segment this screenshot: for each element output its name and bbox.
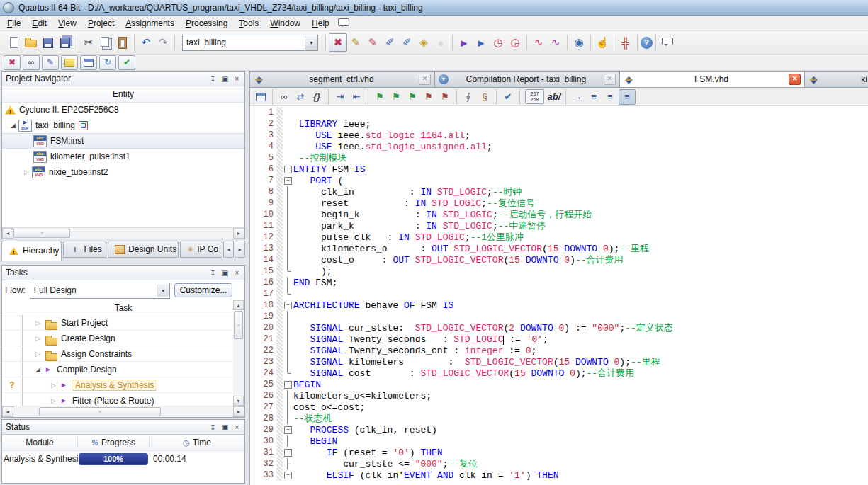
editor-tab-ki[interactable]: ki [805, 72, 868, 87]
scrollbar-thumb[interactable]: ≡ [39, 407, 161, 416]
float-icon[interactable]: ▣ [220, 422, 230, 432]
bookmark-delete-all-icon[interactable]: ⚑ [437, 90, 453, 104]
expand-arrow-icon[interactable]: ▷ [48, 397, 59, 404]
export-file-icon[interactable] [253, 90, 269, 104]
tree-item-nixie-tube-inst2[interactable]: ▷nixie_tube:inst2 [2, 164, 244, 180]
scroll-down-icon[interactable]: ▼ [233, 396, 244, 406]
simulation-tool-icon[interactable]: ∿ [530, 34, 547, 51]
collapse-arrow-icon[interactable]: ◢ [8, 122, 18, 129]
tab-scroll-right-icon[interactable]: ► [235, 241, 245, 258]
pin-icon[interactable]: ↧ [208, 74, 218, 84]
float-icon[interactable]: ▣ [220, 74, 230, 84]
chip-planner-icon[interactable]: ☝ [594, 34, 611, 51]
task-row-compile-design[interactable]: ◢►Compile Design [2, 362, 233, 377]
save-all-icon[interactable] [57, 34, 74, 51]
goto-line-icon[interactable]: {} [309, 90, 325, 104]
timing-analyzer-icon[interactable]: ✐ [381, 34, 398, 51]
tab-scroll-left-icon[interactable]: ◄ [223, 241, 234, 258]
bookmark-toggle-icon[interactable]: ⚑ [372, 90, 388, 104]
tree-item-taxi-billing[interactable]: ◢taxi_billing [2, 118, 244, 133]
find-icon[interactable]: ∞ [23, 55, 40, 70]
editor-tab-segment-ctrl-vhd[interactable]: segment_ctrl.vhd✕ [250, 72, 435, 87]
editor-tab-fsm-vhd[interactable]: FSM.vhd✕ [620, 72, 805, 87]
bookmark-next-icon[interactable]: ⚑ [388, 90, 404, 104]
paste-icon[interactable] [114, 34, 131, 51]
flow-combobox[interactable]: Full Design ▼ [30, 283, 170, 299]
menu-processing[interactable]: Processing [180, 16, 233, 30]
pin-planner-icon[interactable]: ✎ [364, 34, 381, 51]
close-icon[interactable]: × [232, 268, 242, 278]
message-bubble-icon[interactable] [335, 15, 352, 32]
compiler-settings-icon[interactable]: ✖ [329, 33, 347, 52]
menu-tools[interactable]: Tools [233, 16, 264, 30]
stop-icon[interactable]: ● [432, 34, 449, 51]
code-editor[interactable]: 12 LIBRARY ieee;3 USE ieee.std_logic_116… [250, 105, 868, 485]
task-row-assign-constraints[interactable]: ▷Assign Constraints [2, 346, 233, 362]
float-icon[interactable]: ▣ [220, 268, 230, 278]
task-row-start-project[interactable]: ▷Start Project [2, 315, 233, 331]
view-structure-icon[interactable]: ≡ [602, 90, 618, 104]
assignment-editor-icon[interactable]: ✎ [347, 34, 364, 51]
report-window-icon[interactable] [80, 55, 97, 70]
expand-arrow-icon[interactable]: ▷ [33, 350, 43, 358]
close-icon[interactable]: ✕ [419, 74, 431, 85]
tab-ip-co[interactable]: ✳IP Co [180, 241, 222, 258]
tree-item-cyclone-ii-ep2c5f256c8[interactable]: Cyclone II: EP2C5F256C8 [2, 102, 244, 118]
close-icon[interactable]: × [232, 74, 242, 84]
start-compilation-icon[interactable]: ► [456, 34, 473, 51]
collapse-arrow-icon[interactable]: ◢ [33, 366, 43, 373]
redo-icon[interactable]: ↷ [154, 34, 171, 51]
close-icon[interactable]: ✕ [604, 74, 616, 85]
tab-hierarchy[interactable]: Hierarchy [1, 241, 62, 261]
scroll-right-icon[interactable]: ► [233, 228, 244, 239]
waveform-editor-icon[interactable]: ∿ [547, 34, 564, 51]
macro-icon[interactable]: § [477, 90, 492, 104]
rtl-viewer-icon[interactable]: ╬ [617, 34, 634, 51]
tree-item-kilometer-pulse-inst1[interactable]: kilometer_pulse:inst1 [2, 149, 244, 164]
cut-icon[interactable]: ✂ [80, 34, 97, 51]
syntax-check-icon[interactable]: ✔ [500, 90, 516, 104]
bookmark-previous-icon[interactable]: ⚑ [405, 90, 420, 104]
close-icon[interactable]: × [232, 422, 242, 432]
tasks-vscrollbar[interactable]: ▲ ≡ ▼ [233, 300, 244, 406]
expand-arrow-icon[interactable]: ▷ [33, 319, 43, 326]
programmer-icon[interactable]: ◉ [570, 34, 587, 51]
tree-item-fsm-inst[interactable]: FSM:inst [2, 133, 244, 149]
find-icon[interactable]: ∞ [276, 90, 292, 104]
toggle-comment-icon[interactable]: ab/ [546, 90, 562, 104]
project-combobox[interactable]: taxi_billing▼ [182, 35, 318, 51]
expand-arrow-icon[interactable]: ▷ [33, 335, 43, 342]
attach-icon[interactable]: ∮ [461, 90, 476, 104]
scroll-right-icon[interactable]: ► [233, 406, 244, 417]
tab-design-units[interactable]: Design Units [108, 241, 179, 258]
pin-icon[interactable]: ↧ [208, 422, 218, 432]
expand-arrow-icon[interactable]: ▷ [21, 169, 32, 176]
task-row-analysis-synthesis[interactable]: ?▷►Analysis & Synthesis [2, 377, 233, 393]
scrollbar-thumb[interactable]: ≡ [13, 229, 70, 238]
view-full-icon[interactable]: ≡ [619, 89, 636, 105]
help-icon[interactable]: ? [641, 37, 653, 49]
undo-icon[interactable]: ↶ [137, 34, 154, 51]
view-outline-icon[interactable]: ≡ [586, 90, 602, 104]
editor-tab-compilation-report-taxi-billing[interactable]: Compilation Report - taxi_billing✕ [435, 72, 620, 87]
scroll-left-icon[interactable]: ◄ [2, 406, 13, 417]
system-builder-icon[interactable]: ◈ [415, 34, 432, 51]
chevron-down-icon[interactable]: ▼ [305, 36, 317, 50]
replace-icon[interactable]: ⇄ [293, 90, 308, 104]
insert-template-icon[interactable]: → [570, 90, 585, 104]
expand-arrow-icon[interactable]: ▷ [48, 382, 59, 389]
menu-help[interactable]: Help [306, 16, 335, 30]
menu-assignments[interactable]: Assignments [120, 16, 180, 30]
start-analysis-synthesis-icon[interactable]: ► [473, 34, 490, 51]
message-window-icon[interactable] [659, 34, 676, 51]
customize-button[interactable]: Customize... [174, 283, 233, 297]
new-file-icon[interactable] [6, 34, 23, 51]
menu-window[interactable]: Window [264, 16, 306, 30]
menu-edit[interactable]: Edit [26, 16, 52, 30]
window-titlebar[interactable]: Quartus II 64-Bit - D:/A_workarea/QUARTU… [0, 0, 868, 16]
indent-icon[interactable]: ⇥ [332, 90, 348, 104]
text-editor-icon[interactable]: ✎ [42, 55, 59, 70]
design-verify-icon[interactable]: ✔ [118, 55, 135, 70]
scroll-left-icon[interactable]: ◄ [2, 228, 13, 239]
scroll-up-icon[interactable]: ▲ [233, 300, 244, 310]
